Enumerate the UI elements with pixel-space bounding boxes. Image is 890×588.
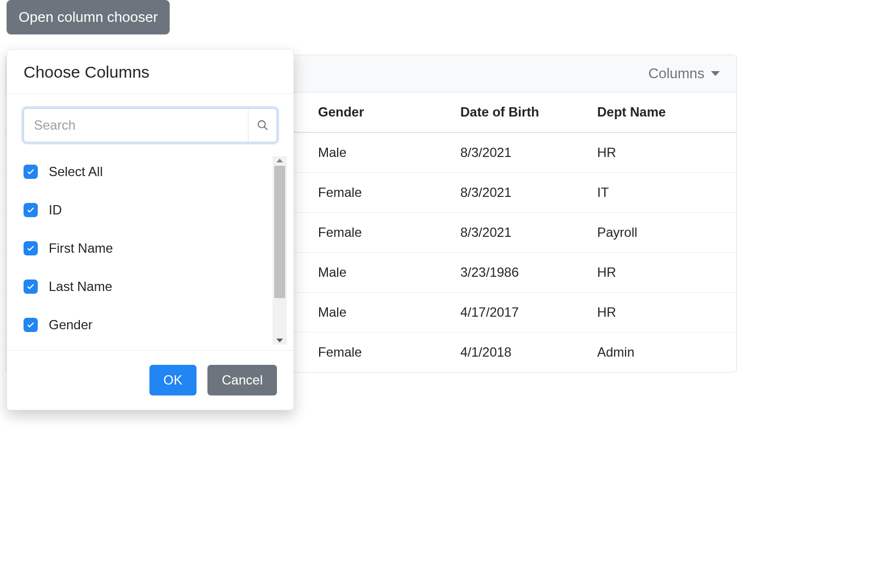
cell-dept: Payroll	[586, 213, 736, 252]
cell-dept: HR	[586, 253, 736, 292]
chooser-item-id[interactable]: ID	[24, 202, 273, 218]
column-chooser-list-wrap: Select All ID First Name Last Name Gende…	[24, 156, 287, 345]
column-chooser-search[interactable]	[24, 108, 277, 142]
scrollbar[interactable]	[273, 156, 287, 345]
cell-gender: Female	[307, 173, 449, 212]
col-header-dob[interactable]: Date of Birth	[449, 92, 586, 132]
search-input[interactable]	[24, 118, 248, 133]
col-header-dept[interactable]: Dept Name	[586, 92, 736, 132]
cell-gender: Female	[307, 333, 449, 372]
cell-dob: 3/23/1986	[449, 253, 586, 292]
cell-gender: Male	[307, 253, 449, 292]
cell-dob: 4/1/2018	[449, 333, 586, 372]
chooser-item-label: Select All	[49, 164, 103, 179]
checkbox-checked-icon[interactable]	[24, 241, 38, 255]
scrollbar-thumb[interactable]	[274, 166, 285, 298]
checkbox-checked-icon[interactable]	[24, 165, 38, 179]
columns-dropdown-label: Columns	[648, 65, 704, 82]
column-chooser-dialog: Choose Columns Select All ID First Name	[7, 49, 294, 410]
cell-dob: 8/3/2021	[449, 133, 586, 172]
chooser-item-label: First Name	[49, 241, 113, 256]
column-chooser-search-wrap	[7, 94, 293, 147]
chooser-item-label: Last Name	[49, 279, 112, 294]
chooser-item-select-all[interactable]: Select All	[24, 164, 273, 179]
checkbox-checked-icon[interactable]	[24, 318, 38, 332]
cell-dept: Admin	[586, 333, 736, 372]
cancel-button[interactable]: Cancel	[207, 365, 277, 395]
cell-dept: IT	[586, 173, 736, 212]
scrollbar-track[interactable]	[273, 166, 287, 335]
column-chooser-title: Choose Columns	[7, 50, 293, 94]
cell-gender: Male	[307, 133, 449, 172]
ok-button[interactable]: OK	[149, 365, 197, 395]
search-icon[interactable]	[248, 109, 276, 142]
svg-point-0	[258, 121, 265, 128]
column-chooser-footer: OK Cancel	[7, 350, 293, 410]
open-column-chooser-button[interactable]: Open column chooser	[7, 0, 170, 34]
cell-dob: 8/3/2021	[449, 213, 586, 252]
chooser-item-first-name[interactable]: First Name	[24, 241, 273, 256]
cell-gender: Female	[307, 213, 449, 252]
columns-dropdown[interactable]: Columns	[648, 65, 720, 82]
cell-gender: Male	[307, 293, 449, 332]
cell-dept: HR	[586, 133, 736, 172]
scroll-up-icon[interactable]	[276, 159, 283, 162]
chooser-item-label: ID	[49, 202, 62, 218]
chooser-item-last-name[interactable]: Last Name	[24, 279, 273, 294]
caret-down-icon	[711, 71, 720, 76]
cell-dob: 4/17/2017	[449, 293, 586, 332]
checkbox-checked-icon[interactable]	[24, 203, 38, 217]
chooser-item-label: Gender	[49, 317, 93, 333]
chooser-item-gender[interactable]: Gender	[24, 317, 273, 333]
checkbox-checked-icon[interactable]	[24, 280, 38, 294]
cell-dob: 8/3/2021	[449, 173, 586, 212]
col-header-gender[interactable]: Gender	[307, 92, 449, 132]
cell-dept: HR	[586, 293, 736, 332]
scroll-down-icon[interactable]	[276, 339, 283, 342]
svg-line-1	[264, 127, 267, 130]
column-chooser-list: Select All ID First Name Last Name Gende…	[24, 156, 273, 345]
